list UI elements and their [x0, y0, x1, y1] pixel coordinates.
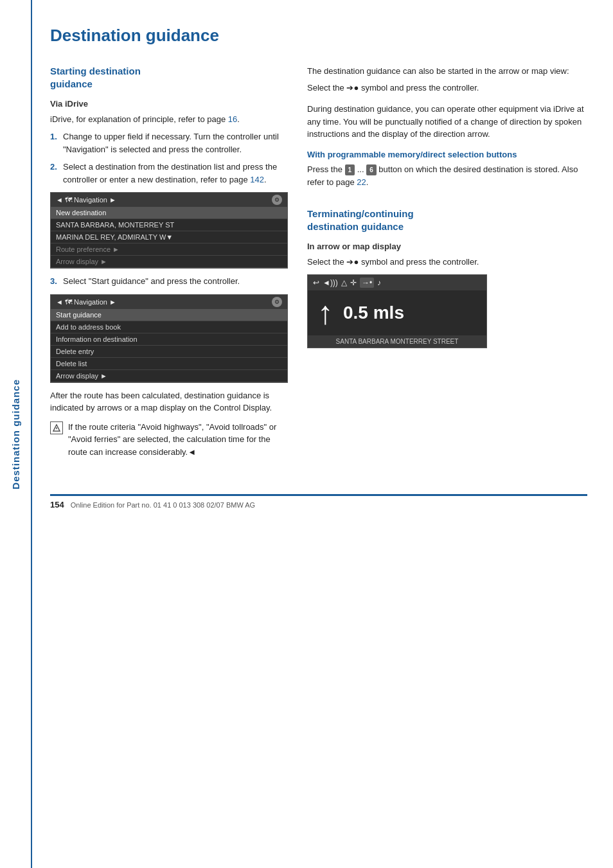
- turn-arrow: ↑: [317, 297, 333, 329]
- nav-gear-2-icon: ⚙: [272, 297, 282, 307]
- nav-row-info-dest: Information on destination: [51, 333, 287, 346]
- main-content: Destination guidance Starting destinatio…: [31, 0, 613, 535]
- arrow-map-display-text: Select the ➔● symbol and press the contr…: [307, 256, 587, 269]
- page-footer: 154 Online Edition for Part no. 01 41 0 …: [50, 494, 587, 509]
- icon-destination: →•: [360, 278, 374, 288]
- note-icon: [50, 421, 63, 434]
- right-column: The destination guidance can also be sta…: [307, 65, 587, 468]
- step-1: 1. Change to upper field if necessary. T…: [50, 130, 288, 155]
- note-box: If the route criteria "Avoid highways", …: [50, 421, 288, 463]
- triangle-icon: [53, 424, 60, 432]
- nav-ui-2-header-left: ◄ 🗺 Navigation ►: [56, 298, 116, 306]
- arrow-display-header: ↩ ◄))) △ ✛ →• ♪: [308, 275, 486, 290]
- two-col-layout: Starting destinationguidance Via iDrive …: [50, 65, 587, 468]
- sidebar: Destination guidance: [0, 0, 31, 868]
- terminating-section: Terminating/continuingdestination guidan…: [307, 208, 587, 348]
- distance-text: 0.5 mls: [343, 303, 404, 323]
- starting-dest-heading: Starting destinationguidance: [50, 65, 288, 90]
- arrow-display-footer: SANTA BARBARA MONTERREY STREET: [308, 335, 486, 348]
- nav-ui-1: ◄ 🗺 Navigation ► ⚙ New destination SANTA…: [50, 192, 288, 269]
- page-title: Destination guidance: [50, 26, 587, 46]
- nav-row-arrow-display-2: Arrow display ►: [51, 370, 287, 382]
- note-text: If the route criteria "Avoid highways", …: [68, 421, 288, 459]
- nav-row-new-dest: New destination: [51, 207, 287, 219]
- nav-row-delete-entry: Delete entry: [51, 346, 287, 358]
- footer-text: Online Edition for Part no. 01 41 0 013 …: [71, 501, 255, 509]
- prog-memory-text: Press the 1 ... 6 button on which the de…: [307, 163, 587, 188]
- sidebar-border: [31, 0, 32, 868]
- arrow-display-screenshot: ↩ ◄))) △ ✛ →• ♪ ↑ 0.5 mls SANTA BARBARA …: [307, 274, 487, 348]
- arrow-map-select: Select the ➔● symbol and press the contr…: [307, 82, 587, 94]
- nav-ui-2: ◄ 🗺 Navigation ► ⚙ Start guidance Add to…: [50, 294, 288, 383]
- icon-warning: △: [341, 278, 347, 287]
- arrow-display-icons: ↩ ◄))) △ ✛ →• ♪: [313, 278, 381, 288]
- terminating-heading: Terminating/continuingdestination guidan…: [307, 208, 587, 233]
- page16-link[interactable]: 16: [228, 114, 237, 124]
- nav-row-marina: MARINA DEL REY, ADMIRALTY W▼: [51, 231, 287, 244]
- nav-row-arrow-display: Arrow display ►: [51, 256, 287, 268]
- nav-row-santa-barbara: SANTA BARBARA, MONTERREY ST: [51, 219, 287, 231]
- btn-1: 1: [345, 164, 355, 175]
- btn-6: 6: [366, 164, 377, 175]
- step3-list: 3. Select "Start guidance" and press the…: [50, 275, 288, 288]
- page22-link[interactable]: 22: [357, 177, 366, 187]
- step-3: 3. Select "Start guidance" and press the…: [50, 275, 288, 288]
- page142-link[interactable]: 142: [250, 175, 264, 184]
- icon-back: ↩: [313, 278, 319, 287]
- icon-sound: ◄))): [323, 278, 338, 287]
- sidebar-label: Destination guidance: [10, 379, 21, 490]
- nav-row-start-guidance: Start guidance: [51, 309, 287, 321]
- arrow-map-intro-section: The destination guidance can also be sta…: [307, 65, 587, 94]
- nav-row-delete-list: Delete list: [51, 358, 287, 370]
- idrive-para: During destination guidance, you can ope…: [307, 103, 587, 141]
- nav-row-add-address: Add to address book: [51, 321, 287, 333]
- nav-gear-icon: ⚙: [272, 195, 282, 205]
- nav-row-route-pref: Route preference ►: [51, 244, 287, 256]
- after-route-text: After the route has been calculated, des…: [50, 389, 288, 414]
- nav-ui-1-header: ◄ 🗺 Navigation ► ⚙: [51, 193, 287, 207]
- icon-music: ♪: [377, 278, 381, 287]
- steps-list: 1. Change to upper field if necessary. T…: [50, 130, 288, 186]
- nav-ui-1-header-left: ◄ 🗺 Navigation ►: [56, 196, 116, 204]
- via-idrive-heading: Via iDrive: [50, 98, 288, 111]
- arrow-map-intro: The destination guidance can also be sta…: [307, 65, 587, 78]
- via-idrive-intro: iDrive, for explanation of principle, re…: [50, 113, 288, 126]
- step-2: 2. Select a destination from the destina…: [50, 161, 288, 186]
- arrow-map-display-heading: In arrow or map display: [307, 240, 587, 253]
- left-column: Starting destinationguidance Via iDrive …: [50, 65, 288, 468]
- arrow-display-body: ↑ 0.5 mls: [308, 290, 486, 335]
- page-number: 154: [50, 500, 64, 509]
- prog-memory-heading: With programmable memory/direct selectio…: [307, 148, 587, 161]
- nav-ui-2-header: ◄ 🗺 Navigation ► ⚙: [51, 295, 287, 309]
- icon-tools: ✛: [350, 278, 357, 287]
